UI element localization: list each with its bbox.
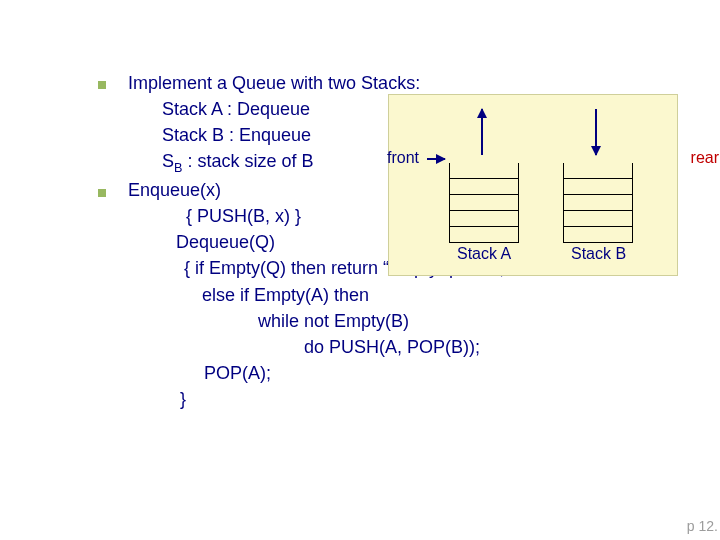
text-line: while not Empty(B) (228, 308, 658, 334)
stack-tier (449, 163, 519, 179)
text-line: else if Empty(A) then (192, 282, 658, 308)
front-label: front (387, 149, 419, 167)
stack-tier (563, 211, 633, 227)
stack-tier (449, 211, 519, 227)
arrow-up-icon (481, 109, 483, 155)
stack-tier (449, 195, 519, 211)
arrow-right-icon (427, 158, 445, 160)
stack-a-label: Stack A (457, 245, 511, 263)
stack-tier (563, 195, 633, 211)
stack-b-label: Stack B (571, 245, 626, 263)
stacks-figure: front rear Stack A Stack B (388, 94, 678, 276)
stack-tier (563, 163, 633, 179)
text-line: POP(A); (204, 360, 658, 386)
arrow-down-icon (595, 109, 597, 155)
text-line: } (180, 386, 658, 412)
page-number: p 12. (687, 518, 718, 534)
rear-label: rear (691, 149, 719, 167)
stack-tier (449, 227, 519, 243)
stack-tier (563, 179, 633, 195)
slide-title: Implement a Queue with two Stacks: (128, 70, 658, 96)
slide: Implement a Queue with two Stacks: Stack… (0, 0, 720, 540)
stack-a-box (449, 163, 519, 239)
text-fragment: : stack size of B (182, 151, 313, 171)
text-fragment: S (162, 151, 174, 171)
stack-tier (449, 179, 519, 195)
text-line: do PUSH(A, POP(B)); (254, 334, 658, 360)
stack-tier (563, 227, 633, 243)
stack-b-box (563, 163, 633, 239)
